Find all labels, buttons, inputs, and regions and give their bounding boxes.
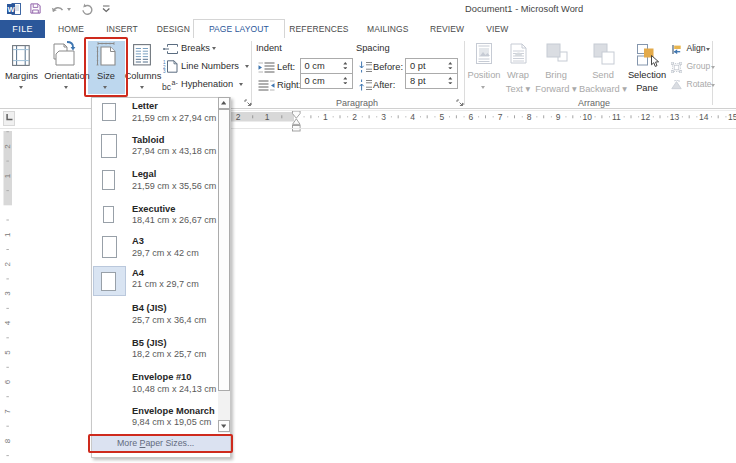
- svg-text:6: 6: [3, 379, 12, 384]
- svg-text:bc: bc: [162, 82, 172, 91]
- svg-text:7: 7: [498, 112, 503, 122]
- svg-text:13: 13: [670, 112, 680, 122]
- svg-text:6: 6: [469, 112, 474, 122]
- svg-text:14: 14: [699, 112, 709, 122]
- svg-text:2: 2: [352, 112, 357, 122]
- svg-text:11: 11: [612, 112, 621, 122]
- svg-text:8: 8: [3, 438, 12, 443]
- svg-text:1: 1: [323, 112, 328, 122]
- svg-text:5: 5: [439, 112, 444, 122]
- svg-text:2: 2: [3, 144, 12, 149]
- svg-text:3: 3: [381, 112, 386, 122]
- svg-text:W: W: [7, 4, 15, 13]
- svg-text:2: 2: [236, 112, 241, 122]
- svg-text:4: 4: [410, 112, 415, 122]
- svg-text:10: 10: [583, 112, 593, 122]
- svg-text:9: 9: [556, 112, 561, 122]
- svg-text:15: 15: [728, 112, 736, 122]
- svg-text:1: 1: [265, 112, 270, 122]
- svg-text:7: 7: [3, 409, 12, 414]
- svg-text:8: 8: [527, 112, 532, 122]
- svg-text:4: 4: [3, 320, 12, 325]
- svg-text:3: 3: [3, 291, 12, 296]
- svg-text:5: 5: [3, 350, 12, 355]
- svg-text:3: 3: [163, 69, 166, 73]
- svg-text:12: 12: [641, 112, 651, 122]
- svg-text:2: 2: [3, 261, 12, 266]
- svg-text:1: 1: [3, 232, 12, 237]
- svg-text:1: 1: [3, 173, 12, 178]
- svg-text:-: -: [176, 79, 179, 86]
